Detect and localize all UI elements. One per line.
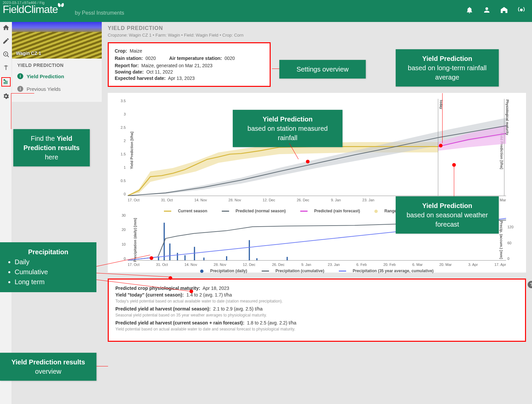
svg-rect-12 [256, 258, 257, 260]
svg-rect-10 [226, 256, 227, 260]
callout-settings: Settings overview [279, 60, 366, 79]
help-icon[interactable]: ? [528, 281, 532, 288]
person-icon[interactable] [483, 6, 491, 14]
y-ticks: 3.532.521.510.50 [118, 99, 126, 196]
sidebar-section-title: YIELD PREDICTION [12, 59, 102, 70]
callout-results: Yield Prediction results overview [0, 353, 96, 381]
svg-point-2 [3, 79, 5, 81]
callout-yp-long: Yield Predictionbased on long-term rainf… [396, 49, 499, 87]
info-icon: i [17, 73, 23, 79]
broadcast-icon[interactable] [517, 6, 525, 14]
search-target-icon[interactable] [2, 51, 10, 58]
callout-find-results: Find the Yield Prediction results here [13, 129, 90, 166]
home-icon[interactable] [2, 24, 10, 31]
pole-icon[interactable] [2, 64, 10, 71]
callout-precip: Precipitation DailyCumulativeLong term [0, 242, 96, 292]
barn-icon[interactable] [500, 6, 508, 14]
y-ticks-right: 120600 [507, 213, 517, 261]
results-card: ? Predicted crop physiological maturity:… [108, 279, 526, 342]
svg-rect-9 [203, 258, 204, 260]
crop-image[interactable]: Wagin CZ 1 [12, 22, 102, 59]
svg-rect-7 [185, 255, 186, 260]
breadcrumb: Cropzone: Wagin CZ 1 • Farm: Wagin • Fie… [108, 33, 526, 38]
color-picker-icon[interactable] [2, 37, 10, 45]
maturity-label: Physiological maturity [505, 100, 509, 135]
logo-subtitle: by Pessl Instruments [75, 10, 124, 16]
top-icons [466, 6, 525, 14]
sidebar-item-yield-prediction[interactable]: i Yield Prediction [12, 70, 102, 83]
gear-icon[interactable] [2, 93, 10, 100]
info-icon: i [17, 86, 23, 92]
svg-rect-6 [177, 253, 178, 260]
svg-rect-11 [249, 240, 250, 260]
sidebar: Wagin CZ 1 YIELD PREDICTION i Yield Pred… [12, 22, 102, 102]
svg-point-1 [5, 53, 6, 55]
sidebar-item-label: Previous Yields [27, 86, 61, 92]
svg-rect-8 [194, 247, 195, 260]
svg-rect-5 [169, 244, 170, 260]
bell-icon[interactable] [466, 6, 473, 14]
sidebar-item-label: Yield Prediction [27, 74, 64, 79]
logo: FieldClimate [3, 3, 64, 16]
yield-chart-icon[interactable] [1, 77, 11, 87]
topbar: 2023-03-17.c97a466 / Fig FieldClimate by… [0, 0, 532, 22]
leaf-icon [58, 3, 64, 9]
chart2-legend: Precipitation (daily) Precipitation (cum… [114, 269, 519, 273]
svg-rect-13 [287, 257, 288, 260]
page-title: YIELD PREDICTION [108, 25, 526, 31]
left-rail [0, 22, 12, 404]
y-ticks-left: 3020100 [118, 213, 126, 261]
crop-title: Wagin CZ 1 [16, 51, 41, 56]
svg-rect-3 [158, 257, 159, 260]
callout-yp-seasonal: Yield Predictionbased on seasonal weathe… [396, 196, 499, 234]
x-ticks-2: 17. Oct31. Oct14. Nov28. Nov12. Dec26. D… [128, 263, 506, 267]
settings-card: Crop: Maize Rain station: 0020 Air tempe… [108, 42, 271, 87]
callout-yp-station: Yield Predictionbased on station measure… [233, 110, 342, 147]
